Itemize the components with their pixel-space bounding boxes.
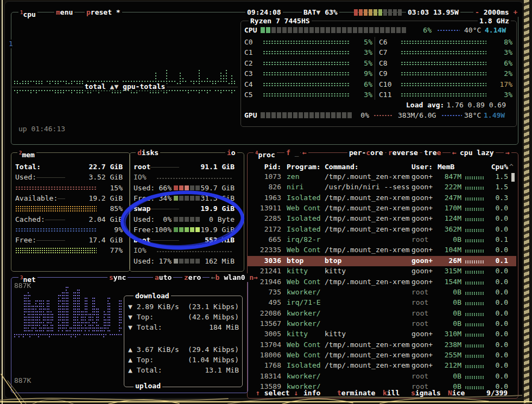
disk-size: 19.9 GiB <box>179 204 235 213</box>
process-user: root <box>411 372 428 381</box>
process-pid: 735 <box>249 288 281 297</box>
process-row[interactable]: 2285Isolated/tmp/.mount_zen-xremgoon+124… <box>247 214 516 224</box>
core-history-graph <box>401 93 486 97</box>
nice-button[interactable]: Nice <box>446 389 466 397</box>
process-row[interactable]: 1073zen/tmp/.mount_zen-xremgoon+847M1.5 <box>247 172 516 182</box>
meter-block <box>326 112 330 118</box>
cpu-box-title[interactable]: 1cpu <box>18 8 37 19</box>
process-mem: 212M <box>434 361 461 370</box>
process-user: goon+ <box>411 330 433 338</box>
meter-block <box>293 27 297 33</box>
meter-block <box>342 112 346 118</box>
graph-mode-toggle[interactable]: total ▲▼ gpu-totals <box>12 82 238 91</box>
interface-selector[interactable]: ←b wlan0 n→ <box>210 273 259 282</box>
core-history-graph <box>263 61 350 66</box>
process-row[interactable]: 21241kittykittygoon+315M0.0 <box>247 266 516 277</box>
process-cpu-percent: 0.0 <box>484 204 508 213</box>
net-mode-button[interactable]: auto <box>153 273 173 282</box>
col-header-memb[interactable]: MemB <box>438 163 454 171</box>
proc-mode-button[interactable]: reverse <box>387 149 420 157</box>
col-header-command[interactable]: Command: <box>325 163 359 171</box>
menu-button[interactable]: menu <box>54 8 74 17</box>
disk-name: swap <box>134 204 150 213</box>
button-prefix: tre <box>424 149 436 157</box>
col-header-program[interactable]: Program: <box>287 163 321 171</box>
process-row[interactable]: 735kworker/root0B0.0 <box>247 287 516 298</box>
process-cpu-percent: 0.1 <box>484 235 508 244</box>
disk-name: boot <box>134 236 150 245</box>
disk-stat-percent-value: 17% <box>159 257 172 265</box>
cpu-percent-value: 6% <box>423 26 432 34</box>
core-label: C6 <box>379 38 388 47</box>
core-label: C5 <box>244 91 253 99</box>
proc-mode-button[interactable]: per-core <box>347 149 385 157</box>
col-header-user[interactable]: User: <box>411 163 433 171</box>
kill-button[interactable]: kill <box>381 389 401 397</box>
upload-rate-row: ▲ 3.67 KiB/s <box>128 345 179 354</box>
process-row[interactable]: 13911Web Cont/tmp/.mount_zen-xremgoon+17… <box>247 203 516 214</box>
process-row[interactable]: 665irq/82-rroot0B0.1 <box>247 235 516 245</box>
process-cpu-graph <box>465 302 484 305</box>
process-cpu-graph <box>465 260 484 264</box>
process-row[interactable]: 495irq/71-Eroot0B0.0 <box>247 298 516 308</box>
proc-nav-left[interactable]: ← <box>451 149 458 157</box>
proc-box-title[interactable]: 4proc <box>254 149 277 159</box>
proc-search-toggle[interactable]: f _ <box>284 149 300 157</box>
process-pid: 826 <box>249 183 281 191</box>
process-row[interactable]: 21946Web Cont/tmp/.mount_zen-xremgoon+15… <box>247 277 516 287</box>
core-label: C11 <box>379 91 391 99</box>
process-cpu-graph <box>465 365 484 368</box>
core-percent: 2% <box>487 69 512 78</box>
col-header-pid[interactable]: Pid: <box>249 163 281 171</box>
download-title-label: download <box>135 292 169 300</box>
mem-stat-label: Free: <box>15 236 36 245</box>
info-button[interactable]: info <box>302 389 322 397</box>
process-command: /tmp/.mount_zen-xrem <box>325 341 410 349</box>
meter-block <box>266 27 270 33</box>
search-hotkey: f <box>286 149 290 157</box>
preset-button[interactable]: preset * <box>85 8 122 17</box>
process-row[interactable]: 13704Web Cont/tmp/.mount_zen-xremgoon+23… <box>247 340 516 350</box>
net-mode-button[interactable]: sync <box>107 273 128 282</box>
battery-label: BAT <box>303 8 316 16</box>
process-row[interactable]: 1963Isolated/tmp/.mount_zen-xremgoon+247… <box>247 193 516 203</box>
terminate-button[interactable]: terminate <box>335 389 377 397</box>
core-percent: 3% <box>487 91 512 99</box>
mem-stat-value: 17.4 GiB <box>65 236 123 245</box>
meter-block <box>271 27 276 33</box>
process-row[interactable]: 826niri/usr/bin/niri --sessgoon+222M1.5 <box>247 182 516 193</box>
proc-nav-right[interactable]: → <box>504 149 511 157</box>
io-mode-toggle[interactable]: io <box>225 149 237 157</box>
core-label: C0 <box>244 38 253 47</box>
proc-mode-button[interactable]: tree <box>422 149 442 157</box>
process-user: goon+ <box>411 341 433 349</box>
meter-block <box>369 9 372 16</box>
core-percent-value: 9% <box>364 69 372 78</box>
select-control[interactable]: ↑ select ↓ <box>254 389 300 397</box>
core-percent-value: 17% <box>500 80 512 88</box>
process-row[interactable]: 13567kworker/root0B0.0 <box>247 319 516 329</box>
process-row[interactable]: 22335Web Cont/tmp/.mount_zen-xremgoon+10… <box>247 245 516 255</box>
disk-stat-value: 59.7 GiB <box>191 184 235 193</box>
net-mode-button[interactable]: zero <box>182 273 202 282</box>
meter-block <box>277 112 281 118</box>
core-percent: 6% <box>349 80 372 89</box>
col-header-cpu[interactable]: Cpu% <box>483 163 508 171</box>
process-row[interactable]: 22086kworker/root0B0.0 <box>247 309 516 319</box>
download-rate-row: ▼ 2.89 KiB/s <box>128 303 179 311</box>
process-mem: 0B <box>434 288 461 297</box>
meter-block <box>320 27 325 33</box>
process-row[interactable]: 1768Isolated/tmp/.mount_zen-xremgoon+212… <box>247 361 516 371</box>
meter-block <box>174 227 178 232</box>
process-row[interactable]: 3005kittykittygoon+310M0.0 <box>247 329 516 339</box>
process-row[interactable]: 18314kworker/root0B0.0 <box>247 371 516 382</box>
process-row[interactable]: 3036btopbtopgoon+26M0.1 <box>247 256 516 266</box>
update-interval-control[interactable]: - 2000ms + <box>473 8 519 17</box>
disks-box-title[interactable]: disks <box>136 149 160 157</box>
proc-back-arrow[interactable]: ← <box>301 149 308 157</box>
meter-block <box>337 112 341 118</box>
signals-button[interactable]: signals <box>409 389 442 397</box>
mem-box-title[interactable]: 2mem <box>17 149 36 159</box>
process-row[interactable]: 2172Isolated/tmp/.mount_zen-xremgoon+362… <box>247 225 516 235</box>
process-row[interactable]: 18006Web Cont/tmp/.mount_zen-xremgoon+25… <box>247 350 516 361</box>
